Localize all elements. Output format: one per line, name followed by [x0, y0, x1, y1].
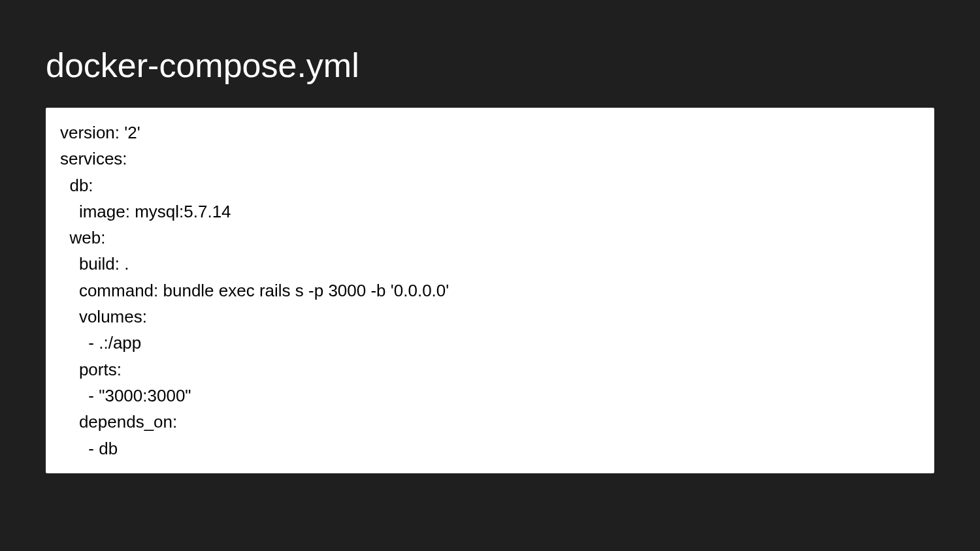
slide-title: docker-compose.yml	[46, 46, 934, 85]
slide: docker-compose.yml version: '2' services…	[0, 0, 980, 551]
code-block: version: '2' services: db: image: mysql:…	[46, 108, 934, 473]
